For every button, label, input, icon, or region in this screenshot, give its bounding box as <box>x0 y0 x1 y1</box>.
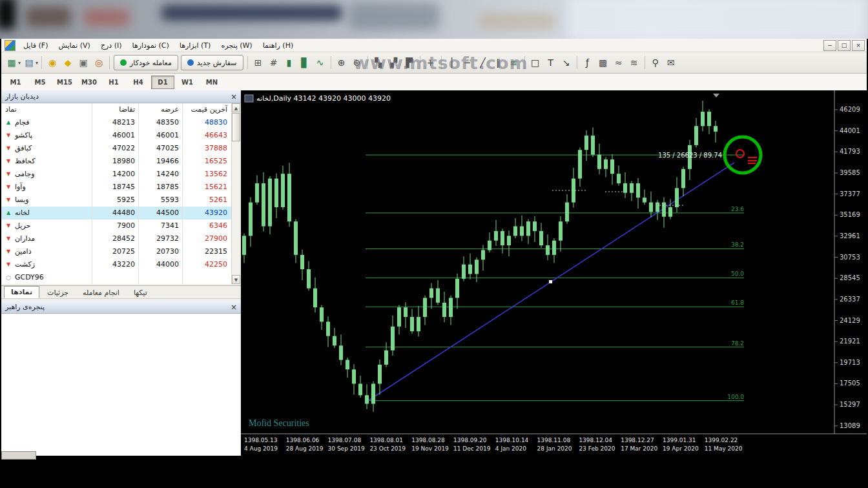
trading-app-window: فایل (F)نمایش (V)درج (I)نمودارها (C)ابزا… <box>1 39 867 456</box>
timeframe-M30[interactable]: M30 <box>78 76 101 89</box>
market-row-10[interactable]: ▼دامین207252073022315 <box>1 245 240 258</box>
timeframe-H4[interactable]: H4 <box>127 76 150 89</box>
candle-body <box>313 289 317 308</box>
horizontal-line-icon[interactable]: ─ <box>460 56 475 70</box>
channel-icon[interactable]: ∥ <box>491 56 506 70</box>
objects-grid-icon[interactable]: ▩ <box>596 56 610 70</box>
vertical-line-icon[interactable]: │ <box>445 56 459 70</box>
toolbar-separator <box>331 56 331 69</box>
close-button-icon[interactable]: × <box>852 40 865 51</box>
search-icon[interactable]: ⚲ <box>648 56 663 70</box>
menu-item-0[interactable]: فایل (F) <box>18 40 53 51</box>
market-watch-rows: ▲فجام482134835048830▼پاکشو46001460014664… <box>1 116 240 284</box>
menu-item-5[interactable]: پنجره (W) <box>216 40 257 51</box>
new-chart-caret-icon[interactable]: ▾ <box>18 60 21 66</box>
zoom-in-icon[interactable]: ⊕ <box>335 56 349 70</box>
market-watch-tab-3[interactable]: تیکها <box>127 287 154 298</box>
timeframe-D1[interactable]: D1 <box>151 76 174 89</box>
column-header-bid[interactable]: تقاضا <box>92 103 138 116</box>
trendline-icon[interactable]: ╱ <box>476 56 490 70</box>
timeframe-MN[interactable]: MN <box>200 76 223 89</box>
scroll-up-icon[interactable]: ▲ <box>232 103 240 112</box>
cascade-windows-icon[interactable]: ▞ <box>387 56 401 70</box>
market-row-1[interactable]: ▼پاکشو460014600146643 <box>1 129 240 142</box>
minimize-button-icon[interactable]: − <box>823 40 836 51</box>
market-row-3[interactable]: ▼کحافظ189801946616525 <box>1 155 240 168</box>
market-row-12[interactable]: ○GCDY96 <box>1 271 240 284</box>
zoom-out-icon[interactable]: ⊖ <box>350 56 364 70</box>
market-row-11[interactable]: ▼زکشت432204400042250 <box>1 258 240 271</box>
quotes-coin-icon[interactable]: ◉ <box>45 56 59 70</box>
text-label-icon[interactable]: T <box>544 56 558 70</box>
date-label-jalali: 1398.12.27 <box>621 437 654 443</box>
indicators-icon[interactable]: ƒ <box>581 56 595 70</box>
navigator-close-icon[interactable]: × <box>231 303 237 311</box>
new-order-button[interactable]: سفارش جدید <box>181 55 243 70</box>
chart-area[interactable]: 23.638.250.061.878.2100.0462094400141793… <box>241 90 867 456</box>
grid-icon[interactable]: ⊞ <box>251 56 265 70</box>
chat-icon[interactable]: ✉ <box>664 56 678 70</box>
wave-icon[interactable]: ≈ <box>612 56 626 70</box>
scroll-thumb[interactable] <box>232 113 240 141</box>
market-row-0[interactable]: ▲فجام482134835048830 <box>1 116 240 129</box>
menu-item-4[interactable]: ابزارها (T) <box>174 40 216 51</box>
gold-medal-icon[interactable]: ◆ <box>61 56 75 70</box>
timeframe-W1[interactable]: W1 <box>176 76 199 89</box>
market-watch-tab-0[interactable]: نمادها <box>4 286 39 298</box>
arrange-windows-icon[interactable]: ▛ <box>402 56 417 70</box>
trendline-handle[interactable] <box>549 280 552 283</box>
candle-body <box>643 198 646 202</box>
chart-bars-icon[interactable]: ▮ <box>282 56 296 70</box>
timeframe-M5[interactable]: M5 <box>28 76 52 89</box>
shapes-icon[interactable]: □ <box>528 56 542 70</box>
candle-body <box>429 289 433 298</box>
crosshair-icon[interactable]: + <box>424 56 438 70</box>
chart-profiles-caret-icon[interactable]: ▾ <box>36 60 38 66</box>
tile-windows-icon[interactable]: ▚ <box>371 56 386 70</box>
print-icon[interactable]: ▣ <box>76 56 90 70</box>
candle-body <box>662 203 666 217</box>
market-row-9[interactable]: ▼مداران284522973227900 <box>1 232 240 245</box>
candle-body <box>307 269 311 289</box>
column-header-symbol[interactable]: نماد <box>1 103 92 116</box>
digits-icon[interactable]: # <box>267 56 281 70</box>
new-chart-icon[interactable]: ▦ <box>5 56 19 70</box>
chart-canvas[interactable]: 23.638.250.061.878.2100.0462094400141793… <box>241 90 867 456</box>
timeframe-H1[interactable]: H1 <box>102 76 125 89</box>
market-row-8[interactable]: ▼حریل790073416346 <box>1 219 240 232</box>
fibonacci-icon[interactable]: ≡ <box>507 56 521 70</box>
hatch-icon[interactable]: ≋ <box>627 56 641 70</box>
target-icon[interactable]: ◎ <box>92 56 106 70</box>
market-row-5[interactable]: ▼وآوا187451878515621 <box>1 181 240 194</box>
date-label-jalali: 1398.10.14 <box>495 437 529 443</box>
menu-item-2[interactable]: درج (I) <box>96 40 127 51</box>
autotrading-button[interactable]: معامله خودکار <box>114 55 178 70</box>
market-row-6[interactable]: ▼وبسا592555935261 <box>1 194 240 207</box>
column-header-last[interactable]: آخرین قیمت <box>182 103 231 116</box>
scroll-down-icon[interactable]: ▼ <box>232 275 240 284</box>
market-watch-tab-2[interactable]: انجام معامله <box>76 287 126 298</box>
timeframe-M1[interactable]: M1 <box>4 76 27 89</box>
bid-cell: 28452 <box>92 232 138 245</box>
fib-end-marker-icon[interactable] <box>736 150 744 158</box>
market-watch-tab-1[interactable]: جزئیات <box>41 287 75 298</box>
chart-profiles-icon[interactable]: ▤ <box>22 56 36 70</box>
chart-candles-icon[interactable]: ▊ <box>298 56 312 70</box>
symbol-name: زکشت <box>15 258 35 271</box>
market-watch-close-icon[interactable]: × <box>231 93 237 101</box>
menu-item-6[interactable]: راهنما (H) <box>258 40 299 51</box>
chart-line-icon[interactable]: ∿ <box>313 56 327 70</box>
column-header-ask[interactable]: عرضه <box>138 103 182 116</box>
app-logo-icon[interactable] <box>5 40 16 51</box>
market-watch-scrollbar[interactable]: ▲ ▼ <box>231 103 241 284</box>
market-row-2[interactable]: ▼کبافق470224702537888 <box>1 142 240 155</box>
candle-body <box>546 245 550 255</box>
menu-item-3[interactable]: نمودارها (C) <box>127 40 174 51</box>
timeframe-M15[interactable]: M15 <box>53 76 76 89</box>
market-row-4[interactable]: ▼وجامی142001424013562 <box>1 168 240 181</box>
restore-button-icon[interactable]: □ <box>838 40 851 51</box>
toolbox-stub[interactable] <box>1 451 36 460</box>
market-row-7[interactable]: ▲لخانه444804450043920 <box>1 207 240 219</box>
menu-item-1[interactable]: نمایش (V) <box>53 40 95 51</box>
arrow-object-icon[interactable]: ↘ <box>559 56 574 70</box>
